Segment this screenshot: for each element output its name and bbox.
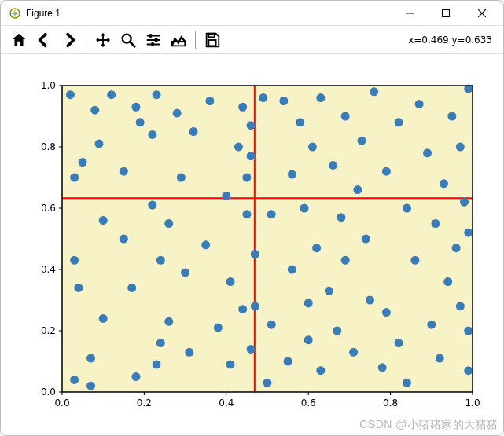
svg-text:0.0: 0.0	[41, 387, 56, 398]
svg-point-107	[325, 287, 333, 295]
svg-point-48	[86, 354, 95, 363]
edit-button[interactable]	[167, 28, 190, 52]
svg-point-116	[362, 235, 370, 244]
svg-point-78	[222, 192, 230, 200]
svg-point-115	[358, 137, 366, 145]
svg-point-141	[464, 229, 473, 237]
svg-point-137	[456, 302, 465, 310]
svg-point-85	[242, 210, 251, 218]
svg-point-84	[242, 174, 251, 182]
svg-rect-2	[443, 9, 450, 16]
svg-point-61	[136, 118, 145, 126]
svg-point-92	[263, 379, 272, 387]
svg-point-103	[308, 143, 317, 152]
svg-point-45	[70, 256, 79, 265]
svg-point-76	[205, 97, 214, 105]
svg-point-54	[99, 314, 108, 323]
svg-point-51	[94, 140, 103, 148]
svg-text:0.4: 0.4	[219, 398, 234, 409]
svg-point-66	[156, 256, 165, 265]
svg-point-120	[382, 308, 391, 317]
svg-text:0.6: 0.6	[301, 398, 316, 409]
csdn-watermark: CSDN @小猪猪家的大猪猪	[359, 418, 498, 432]
svg-point-58	[127, 284, 136, 292]
svg-point-121	[382, 167, 391, 176]
figure-canvas[interactable]: 0.00.20.40.60.81.00.00.20.40.60.81.0 CSD…	[1, 54, 503, 435]
minimize-button[interactable]	[392, 2, 428, 25]
svg-point-65	[153, 360, 161, 368]
svg-point-56	[120, 235, 128, 244]
svg-point-114	[353, 185, 362, 194]
svg-rect-10	[155, 38, 158, 42]
svg-point-88	[247, 345, 256, 354]
svg-point-72	[181, 268, 189, 277]
svg-point-60	[131, 372, 140, 381]
svg-text:0.0: 0.0	[54, 398, 69, 409]
svg-point-94	[267, 210, 276, 218]
svg-point-117	[366, 296, 374, 305]
maximize-button[interactable]	[428, 2, 464, 25]
svg-point-125	[403, 379, 411, 387]
svg-point-98	[288, 266, 296, 274]
forward-button[interactable]	[57, 28, 81, 52]
svg-point-87	[247, 152, 256, 160]
svg-rect-13	[208, 33, 214, 37]
svg-point-89	[251, 302, 259, 310]
svg-point-70	[173, 109, 182, 118]
svg-point-105	[316, 93, 325, 102]
svg-point-136	[456, 143, 465, 152]
svg-point-123	[395, 339, 403, 347]
svg-point-108	[329, 161, 337, 170]
svg-text:0.6: 0.6	[41, 203, 56, 214]
svg-text:0.2: 0.2	[41, 325, 56, 336]
svg-point-130	[432, 219, 440, 228]
svg-point-47	[79, 158, 87, 167]
svg-point-63	[148, 201, 156, 210]
svg-point-140	[464, 327, 473, 335]
svg-text:0.2: 0.2	[137, 398, 152, 409]
svg-point-69	[164, 317, 173, 326]
plot-svg: 0.00.20.40.60.81.00.00.20.40.60.81.0	[1, 54, 503, 435]
zoom-button[interactable]	[116, 28, 140, 52]
svg-point-135	[452, 244, 461, 252]
svg-point-67	[156, 339, 165, 347]
svg-point-55	[107, 90, 116, 99]
svg-point-59	[131, 103, 140, 112]
svg-point-142	[464, 366, 473, 375]
pan-button[interactable]	[91, 28, 115, 52]
window-title: Figure 1	[26, 8, 61, 19]
home-button[interactable]	[7, 28, 31, 52]
svg-point-112	[341, 256, 350, 265]
configure-button[interactable]	[142, 28, 165, 52]
svg-point-53	[99, 216, 108, 225]
svg-point-127	[415, 100, 424, 108]
svg-point-95	[279, 97, 288, 105]
svg-rect-8	[149, 34, 153, 38]
svg-line-6	[131, 42, 135, 46]
svg-point-71	[177, 174, 186, 182]
back-button[interactable]	[32, 28, 56, 52]
svg-point-52	[86, 382, 95, 390]
svg-point-49	[70, 376, 79, 384]
svg-point-82	[238, 103, 247, 112]
svg-point-91	[259, 93, 267, 102]
svg-point-100	[300, 204, 308, 213]
titlebar: Figure 1	[1, 1, 503, 26]
toolbar-separator	[86, 31, 86, 49]
svg-point-86	[247, 121, 256, 130]
svg-text:0.4: 0.4	[41, 264, 56, 275]
svg-point-79	[226, 360, 235, 368]
svg-point-43	[66, 90, 75, 99]
svg-point-50	[90, 106, 99, 115]
svg-point-80	[226, 277, 235, 286]
svg-point-131	[436, 354, 444, 363]
close-button[interactable]	[464, 2, 500, 25]
svg-point-111	[341, 112, 350, 121]
svg-point-133	[443, 277, 452, 286]
svg-text:0.8: 0.8	[41, 141, 56, 152]
svg-text:1.0: 1.0	[41, 80, 56, 91]
svg-point-128	[423, 148, 432, 157]
svg-point-104	[312, 244, 321, 252]
save-button[interactable]	[200, 28, 224, 52]
toolbar: x=0.469 y=0.633	[1, 26, 503, 54]
